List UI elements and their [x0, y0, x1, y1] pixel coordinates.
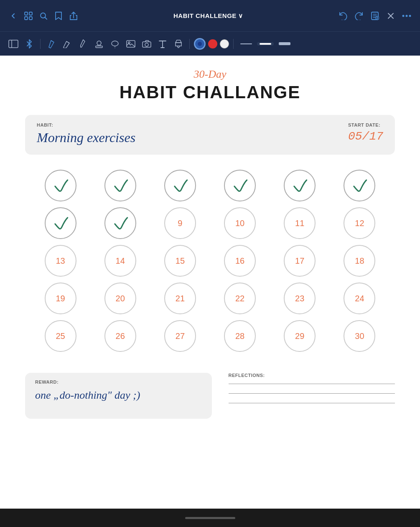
reward-value: one „do-nothing" day ;): [35, 388, 202, 403]
nav-bar: HABIT CHALLENGE ∨: [0, 0, 420, 31]
svg-rect-2: [25, 17, 28, 20]
doc-title: HABIT CHALLANGE: [25, 82, 395, 102]
reflections-label: REFLECTIONS:: [229, 373, 395, 378]
more-button[interactable]: [401, 10, 412, 22]
day-circle-29[interactable]: 29: [284, 320, 316, 352]
search-button[interactable]: [38, 10, 49, 22]
sidebar-toggle-button[interactable]: [7, 37, 20, 51]
reflections-section: REFLECTIONS:: [229, 373, 395, 412]
bluetooth-icon: [23, 37, 36, 51]
svg-rect-13: [96, 46, 102, 48]
bookmark-button[interactable]: [53, 10, 64, 22]
toolbar-separator: [40, 39, 41, 49]
toolbar-separator-3: [233, 39, 234, 49]
color-white-button[interactable]: [220, 39, 229, 48]
share-button[interactable]: [68, 10, 79, 22]
camera-tool-button[interactable]: [140, 37, 153, 51]
redo-button[interactable]: [353, 10, 365, 22]
pen-tool-button[interactable]: [45, 37, 58, 51]
day-circle-3[interactable]: [164, 170, 196, 201]
day-circle-9[interactable]: 9: [164, 207, 196, 239]
document-title[interactable]: HABIT CHALLENGE ∨: [83, 12, 334, 20]
color-blue-button[interactable]: [194, 38, 206, 50]
pen-medium-button[interactable]: [257, 42, 274, 46]
toolbar: [0, 31, 420, 56]
habit-info-left: HABIT: Morning exercises: [37, 122, 135, 145]
day-circle-4[interactable]: [224, 170, 256, 201]
undo-button[interactable]: [337, 10, 349, 22]
svg-point-9: [409, 15, 411, 17]
svg-rect-3: [29, 17, 32, 20]
day-circle-1[interactable]: [45, 170, 76, 201]
day-circle-13[interactable]: 13: [45, 245, 76, 277]
day-circle-20[interactable]: 20: [104, 283, 136, 314]
day-circle-25[interactable]: 25: [45, 320, 76, 352]
reflection-line-3: [229, 403, 395, 403]
habit-info-right: START DATE: 05/17: [348, 122, 383, 143]
day-circle-11[interactable]: 11: [284, 207, 316, 239]
svg-point-7: [402, 15, 405, 17]
svg-point-12: [97, 41, 101, 45]
pen-thick-button[interactable]: [276, 41, 293, 46]
day-circle-6[interactable]: [344, 170, 375, 201]
day-circle-14[interactable]: 14: [104, 245, 136, 277]
day-circle-26[interactable]: 26: [104, 320, 136, 352]
reward-label: REWARD:: [35, 379, 202, 384]
day-circle-15[interactable]: 15: [164, 245, 196, 277]
page-button[interactable]: [369, 10, 381, 22]
day-circle-21[interactable]: 21: [164, 283, 196, 314]
day-circle-7[interactable]: [45, 207, 76, 239]
pencil-tool-button[interactable]: [76, 37, 90, 51]
day-circle-19[interactable]: 19: [45, 283, 76, 314]
svg-rect-0: [25, 12, 28, 15]
habit-value: Morning exercises: [37, 130, 135, 145]
day-circle-18[interactable]: 18: [344, 245, 375, 277]
eraser-tool-button[interactable]: [61, 37, 74, 51]
day-circle-24[interactable]: 24: [344, 283, 375, 314]
stamp-tool-button[interactable]: [92, 37, 106, 51]
svg-rect-1: [29, 12, 32, 15]
home-bar: [0, 509, 420, 527]
day-circle-5[interactable]: [284, 170, 316, 201]
day-circle-10[interactable]: 10: [224, 207, 256, 239]
day-circle-30[interactable]: 30: [344, 320, 375, 352]
content-area: 30-Day HABIT CHALLANGE HABIT: Morning ex…: [0, 56, 420, 509]
svg-point-18: [145, 43, 148, 46]
marker-tool-button[interactable]: [172, 37, 185, 51]
day-circle-16[interactable]: 16: [224, 245, 256, 277]
text-tool-button[interactable]: [156, 37, 169, 51]
toolbar-separator-2: [189, 39, 190, 49]
bottom-section: REWARD: one „do-nothing" day ;) REFLECTI…: [25, 373, 395, 419]
days-grid: 9101112131415161718192021222324252627282…: [25, 170, 395, 352]
reward-box: REWARD: one „do-nothing" day ;): [25, 373, 212, 419]
doc-subtitle: 30-Day: [25, 68, 395, 81]
habit-label: HABIT:: [37, 122, 135, 127]
svg-point-8: [406, 15, 408, 17]
svg-rect-10: [9, 40, 18, 48]
day-circle-22[interactable]: 22: [224, 283, 256, 314]
close-button[interactable]: [385, 10, 397, 22]
reflection-line-2: [229, 393, 395, 394]
back-button[interactable]: [8, 10, 19, 22]
date-value: 05/17: [348, 130, 383, 143]
date-label: START DATE:: [348, 122, 383, 127]
home-indicator: [185, 517, 235, 519]
day-circle-28[interactable]: 28: [224, 320, 256, 352]
day-circle-8[interactable]: [104, 207, 136, 239]
reflection-line-1: [229, 384, 395, 384]
day-circle-2[interactable]: [104, 170, 136, 201]
day-circle-12[interactable]: 12: [344, 207, 375, 239]
pen-thin-button[interactable]: [238, 43, 255, 45]
color-red-button[interactable]: [208, 39, 217, 48]
habit-info-box: HABIT: Morning exercises START DATE: 05/…: [25, 115, 395, 155]
nav-right-icons: [337, 10, 412, 22]
svg-point-14: [112, 41, 118, 46]
image-tool-button[interactable]: [124, 37, 137, 51]
grid-button[interactable]: [23, 10, 34, 22]
lasso-tool-button[interactable]: [108, 37, 122, 51]
day-circle-27[interactable]: 27: [164, 320, 196, 352]
day-circle-17[interactable]: 17: [284, 245, 316, 277]
day-circle-23[interactable]: 23: [284, 283, 316, 314]
